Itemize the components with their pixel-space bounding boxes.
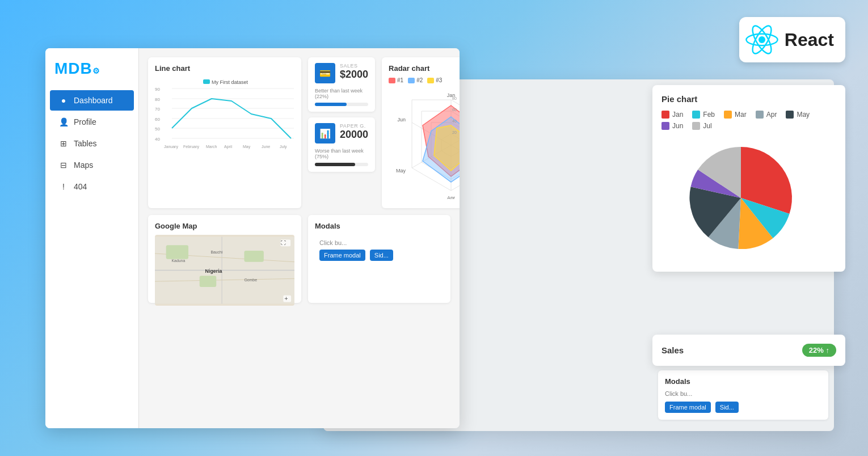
error-icon: !: [59, 182, 68, 191]
svg-text:Kaduna: Kaduna: [172, 259, 186, 263]
svg-text:50: 50: [155, 126, 160, 132]
svg-rect-66: [244, 251, 263, 262]
legend-jan: Jan: [661, 111, 683, 119]
react-badge: React: [739, 17, 845, 62]
radar-legend-2: #2: [408, 77, 423, 83]
radar-legend-1: #1: [389, 77, 403, 83]
sidebar-item-tables[interactable]: ⊞ Tables: [50, 133, 134, 154]
modals-content: Click bu... Frame modal Sid...: [315, 235, 444, 265]
sidebar-item-label-maps: Maps: [74, 161, 93, 170]
tables-icon: ⊞: [59, 139, 68, 148]
sidebar-item-maps[interactable]: ⊟ Maps: [50, 155, 134, 175]
paper-bar-bg: [315, 163, 368, 166]
maps-icon: ⊟: [59, 161, 68, 170]
svg-text:January: January: [164, 145, 178, 149]
frame-modal-btn[interactable]: Frame modal: [319, 250, 365, 261]
legend-feb: Feb: [692, 111, 715, 119]
svg-text:Nigeria: Nigeria: [205, 268, 222, 274]
paper-icon-box: 📊: [315, 123, 335, 143]
svg-rect-64: [166, 245, 188, 259]
svg-text:60: 60: [452, 108, 457, 112]
svg-text:My First dataset: My First dataset: [212, 79, 248, 85]
map-svg: Nigeria Kaduna Bauchi Gombe ⛶ +: [155, 235, 294, 306]
pie-chart-title: Pie chart: [661, 94, 836, 104]
legend-jul: Jul: [692, 122, 711, 130]
modals-description: Click bu...: [665, 390, 821, 397]
sidebar-item-dashboard[interactable]: ● Dashboard: [50, 90, 134, 111]
stat-card-paper: 📊 PAPER G. 20000 Worse than last week (7…: [308, 117, 375, 172]
dashboard-icon: ●: [59, 96, 68, 105]
radar-chart-card: Radar chart #1 #2 #3: [382, 57, 460, 208]
sales-label: SALES: [340, 63, 368, 69]
svg-text:Gombe: Gombe: [244, 278, 257, 282]
svg-text:February: February: [183, 145, 200, 149]
svg-text:June: June: [262, 145, 270, 149]
sidebar-item-label-tables: Tables: [74, 139, 96, 148]
dashboard-window: MDB⚙ ● Dashboard 👤 Profile ⊞ Tables ⊟ Ma…: [45, 48, 460, 428]
react-label: React: [785, 29, 834, 50]
modals-title: Modals: [665, 377, 821, 386]
svg-text:60: 60: [155, 117, 160, 122]
radar-chart-svg: Jan Feb Mar Apr May Jun 20: [389, 86, 460, 199]
svg-text:May: May: [243, 145, 251, 149]
sidebar-item-404[interactable]: ! 404: [50, 176, 134, 197]
paper-sub: Worse than last week (75%): [315, 148, 368, 159]
side-modal-button[interactable]: Sid...: [715, 402, 739, 413]
main-content: Line chart My First dataset 90 80 70: [139, 48, 460, 428]
legend-jun: Jun: [661, 122, 683, 130]
sidebar-item-profile[interactable]: 👤 Profile: [50, 112, 134, 132]
stats-column: 💳 SALES $2000 Better than last week (22%…: [308, 57, 375, 208]
line-chart-card: Line chart My First dataset 90 80 70: [148, 57, 301, 208]
radar-chart-title: Radar chart: [389, 64, 460, 73]
sales-icon-box: 💳: [315, 63, 335, 83]
svg-rect-18: [203, 79, 210, 84]
sales-badge: 22% ↑: [802, 344, 836, 357]
pie-chart-panel: Pie chart Jan Feb Mar Apr May Jun Jul: [652, 85, 845, 272]
logo-dot: ⚙: [92, 66, 100, 75]
sales-bar-bg: [315, 103, 368, 106]
react-logo-icon: [745, 23, 779, 57]
modals-card-title: Modals: [315, 222, 444, 230]
svg-text:July: July: [280, 145, 287, 149]
sales-value: $2000: [340, 69, 368, 81]
modals-buttons: Frame modal Sid...: [319, 250, 439, 261]
sidebar-item-label-404: 404: [74, 182, 87, 191]
svg-text:40: 40: [155, 137, 160, 142]
svg-text:80: 80: [452, 96, 457, 100]
sidebar-item-label-dashboard: Dashboard: [74, 96, 113, 105]
map-placeholder: Nigeria Kaduna Bauchi Gombe ⛶ +: [155, 235, 294, 306]
sales-title: Sales: [661, 345, 684, 355]
svg-text:March: March: [206, 145, 217, 149]
side-modal-btn[interactable]: Sid...: [370, 250, 393, 261]
charts-bottom-row: Google Map Nig: [148, 215, 450, 303]
svg-text:Apr: Apr: [447, 195, 455, 199]
svg-text:May: May: [396, 168, 406, 174]
svg-text:90: 90: [155, 87, 160, 92]
modal-buttons-row: Frame modal Sid...: [665, 402, 821, 413]
sidebar-item-label-profile: Profile: [74, 117, 96, 126]
charts-top-row: Line chart My First dataset 90 80 70: [148, 57, 450, 208]
sales-bar-fill: [315, 103, 347, 106]
svg-text:Bauchi: Bauchi: [210, 250, 222, 254]
svg-point-0: [759, 36, 765, 43]
sales-panel: Sales 22% ↑: [652, 335, 845, 366]
legend-may: May: [786, 111, 810, 119]
paper-label: PAPER G.: [340, 123, 368, 129]
sidebar: MDB⚙ ● Dashboard 👤 Profile ⊞ Tables ⊟ Ma…: [45, 48, 139, 428]
svg-text:70: 70: [155, 107, 160, 112]
legend-apr: Apr: [756, 111, 777, 119]
paper-bar-fill: [315, 163, 355, 166]
profile-icon: 👤: [59, 117, 68, 126]
sales-sub: Better than last week (22%): [315, 88, 368, 99]
svg-text:20: 20: [452, 130, 457, 134]
svg-rect-65: [200, 276, 217, 287]
logo-text: MDB: [54, 60, 92, 77]
line-chart-title: Line chart: [155, 64, 294, 73]
sidebar-logo: MDB⚙: [45, 60, 138, 89]
paper-value: 20000: [340, 129, 368, 141]
frame-modal-button[interactable]: Frame modal: [665, 402, 711, 413]
stat-card-sales: 💳 SALES $2000 Better than last week (22%…: [308, 57, 375, 112]
svg-text:Jun: Jun: [398, 117, 406, 123]
map-card: Google Map Nig: [148, 215, 301, 303]
svg-text:April: April: [224, 145, 232, 149]
